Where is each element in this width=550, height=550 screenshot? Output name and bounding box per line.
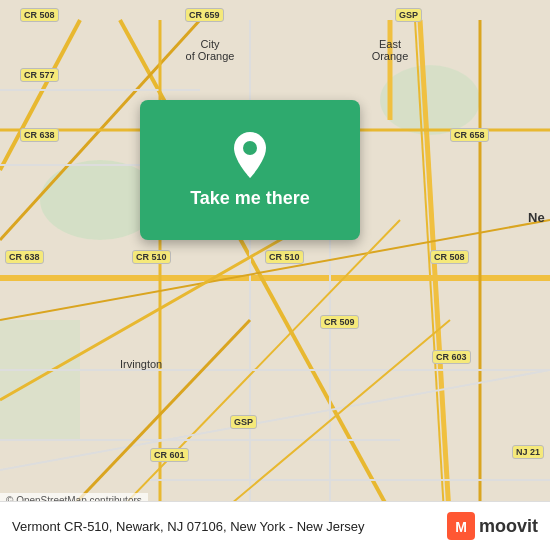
road-badge-cr510-left: CR 510	[132, 250, 171, 264]
moovit-logo: M moovit	[447, 512, 538, 540]
bottom-bar: Vermont CR-510, Newark, NJ 07106, New Yo…	[0, 501, 550, 550]
svg-rect-3	[0, 320, 80, 440]
moovit-label: moovit	[479, 516, 538, 537]
road-badge-cr658: CR 658	[450, 128, 489, 142]
moovit-icon: M	[447, 512, 475, 540]
road-badge-cr601: CR 601	[150, 448, 189, 462]
road-badge-cr508-top: CR 508	[20, 8, 59, 22]
svg-point-27	[243, 141, 257, 155]
road-badge-gsp-bottom: GSP	[230, 415, 257, 429]
svg-point-2	[380, 65, 480, 135]
place-label-irvington: Irvington	[120, 358, 162, 370]
take-me-there-button[interactable]: Take me there	[190, 188, 310, 209]
road-badge-cr659: CR 659	[185, 8, 224, 22]
road-badge-cr510-mid: CR 510	[265, 250, 304, 264]
place-label-ne: Ne	[528, 210, 545, 225]
svg-text:M: M	[455, 519, 467, 535]
road-badge-cr603: CR 603	[432, 350, 471, 364]
card-overlay: Take me there	[140, 100, 360, 240]
place-label-east-orange: EastOrange	[355, 38, 425, 62]
road-badge-cr577: CR 577	[20, 68, 59, 82]
road-badge-gsp-top: GSP	[395, 8, 422, 22]
road-badge-cr509: CR 509	[320, 315, 359, 329]
road-badge-cr638-low: CR 638	[5, 250, 44, 264]
location-text: Vermont CR-510, Newark, NJ 07106, New Yo…	[12, 519, 447, 534]
road-badge-cr508-right: CR 508	[430, 250, 469, 264]
road-badge-cr638-mid: CR 638	[20, 128, 59, 142]
map-background	[0, 0, 550, 550]
place-label-city-of-orange: Cityof Orange	[175, 38, 245, 62]
location-pin-icon	[230, 132, 270, 178]
map-container: CR 508 CR 659 GSP CR 577 CR 638 CR 658 C…	[0, 0, 550, 550]
road-badge-nj21: NJ 21	[512, 445, 544, 459]
